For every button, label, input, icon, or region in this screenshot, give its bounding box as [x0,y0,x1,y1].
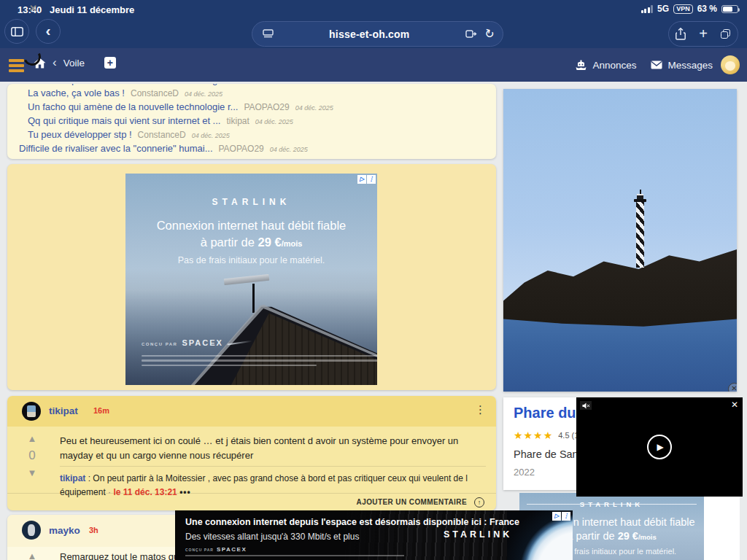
lighthouse-photo[interactable]: ✕ [503,89,737,392]
status-bar: 13:40 Jeudi 11 décembre 5G VPN 63 % [0,0,747,19]
upvote-icon[interactable]: ▲ [22,434,42,443]
new-topic-button[interactable]: + [104,57,116,69]
roof-photo [125,174,377,385]
replay-button[interactable]: ▶ [647,435,672,459]
avatar[interactable] [22,402,41,421]
messages-icon [651,61,662,69]
sidebar-ad-margin [704,493,740,560]
circle-close-icon[interactable]: ✕ [728,383,737,392]
video-close-icon[interactable]: ✕ [731,400,738,410]
reply-author[interactable]: tikipat [60,473,85,483]
share-icon[interactable] [676,28,686,40]
vpn-badge: VPN [673,4,693,14]
lighthouse-lantern [637,194,643,199]
new-tab-icon[interactable]: + [699,26,708,41]
topic-title[interactable]: Un facho qui amène de la nouvelle techno… [28,101,238,112]
post-body: Peu et heureusement ici on coulé … et j … [60,434,486,462]
menu-icon[interactable] [9,59,24,74]
date: Jeudi 11 décembre [50,4,134,15]
tabs-icon[interactable] [721,29,731,39]
topic-date: 04 déc. 2025 [270,146,308,153]
poi-title[interactable]: Phare du r [514,405,586,421]
topic-title[interactable]: Difficile de rivaliser avec la "connerie… [19,143,213,154]
extension-icon[interactable] [465,29,477,39]
starlink-ad[interactable]: ▷ ⋮ STARLINK Connexion internet haut déb… [125,174,377,385]
boat-icon [575,60,587,71]
address-bar[interactable]: hisse-et-oh.com ↻ [252,21,503,47]
site-header: ‹ Voile + Annonces Messages [0,48,747,82]
topic-row: La vache, ça vole bas ! ConstanceD 04 dé… [7,88,496,101]
breadcrumb-chevron-icon: ‹ [53,56,57,69]
topic-row-clipped: Un facho qui amène de la nouvelle techno… [7,84,496,88]
video-player[interactable]: ✕ ▶ [576,397,743,497]
ad-byline: CONÇU PAR SPACEX [185,546,247,553]
adchoices-icon[interactable]: ▷ [552,512,561,521]
topic-list: Un facho qui amène de la nouvelle techno… [7,84,496,159]
topic-title[interactable]: Qq qui critique mais qui vient sur inter… [28,115,220,126]
ad-options-icon[interactable]: ⋮ [562,512,570,521]
back-icon: ‹ [46,22,51,39]
ad-brand: STARLINK [519,500,704,508]
post-author[interactable]: mayko [49,525,80,536]
mute-icon[interactable] [580,401,592,410]
ad-close-icon[interactable]: ✕ [29,3,37,14]
topic-author: ConstanceD [131,88,179,98]
topic-row: Tu peux développer stp ! ConstanceD 04 d… [7,129,496,143]
ad-fineprint [185,555,404,556]
network-type: 5G [657,4,669,14]
topic-title[interactable]: La vache, ça vole bas ! [28,88,125,98]
toolbar-right-group: + [668,21,738,47]
topic-author: PAOPAO29 [244,102,289,112]
topic-author: ConstanceD [138,130,186,140]
battery-percent: 63 % [697,4,717,14]
post-time: 3h [89,526,98,534]
safari-toolbar: ‹ hisse-et-oh.com ↻ + [0,19,747,48]
topic-row: Difficile de rivaliser avec la "connerie… [7,143,496,157]
screen: 13:40 Jeudi 11 décembre 5G VPN 63 % ‹ [0,0,747,560]
page-format-icon[interactable] [263,29,274,39]
avatar[interactable] [721,55,740,74]
reload-icon[interactable]: ↻ [483,27,495,41]
topic-date: 04 déc. 2025 [255,118,293,125]
breadcrumb[interactable]: Voile [63,58,85,69]
messages-link[interactable]: Messages [667,60,713,71]
banner-line1: Une connexion internet depuis l'espace e… [185,517,519,527]
sidebar-toggle-button[interactable] [4,19,29,44]
signal-icon [641,5,654,13]
lighthouse-tower [636,202,644,268]
annonces-link[interactable]: Annonces [592,60,636,71]
scroll-top-icon[interactable]: ↑ [474,497,484,508]
status-indicators: 5G VPN 63 % [641,4,738,14]
ad-choices[interactable]: ▷ ⋮ [552,512,570,521]
banner-line2: Des vitesses allant jusqu'à 330 Mbit/s e… [185,532,359,542]
topic-row: Qq qui critique mais qui vient sur inter… [7,115,496,129]
poi-year: 2022 [514,467,535,478]
downvote-icon[interactable]: ▼ [22,468,42,478]
post-tikipat: tikipat 16m ⋮ ▲ 0 ▼ Peu et heureusement … [7,396,496,510]
topic-date: 04 déc. 2025 [295,104,333,112]
sidebar-icon [11,27,23,36]
topic-date: 04 déc. 2025 [192,132,230,139]
vote-column: ▲ 0 ▼ [22,434,42,478]
topic-date: 04 déc. 2025 [185,90,222,98]
browser-chrome: 13:40 Jeudi 11 décembre 5G VPN 63 % ‹ [0,0,747,48]
bottom-banner-ad[interactable]: STARLINK Une connexion internet depuis l… [175,510,573,560]
lighthouse-gallery [634,199,646,202]
topic-title[interactable]: Tu peux développer stp ! [28,129,132,140]
kebab-menu-icon[interactable]: ⋮ [475,403,486,416]
avatar[interactable] [22,521,41,540]
topic-author: PAOPAO29 [219,144,264,154]
add-comment-button[interactable]: AJOUTER UN COMMENTAIRE [357,498,467,506]
back-button[interactable]: ‹ [36,19,61,44]
star-rating-icon: ★★★★ [514,429,553,441]
ad-byline: CONÇU PAR SPACEX [142,338,252,347]
post-author[interactable]: tikipat [49,405,78,416]
upvote-icon[interactable]: ▲ [22,551,42,560]
ad-brand: STARLINK [444,529,512,540]
ad-container: ▷ ⋮ STARLINK Connexion internet haut déb… [7,164,496,390]
ad-fineprint [142,355,377,370]
vote-count: 0 [22,448,42,463]
url-text[interactable]: hisse-et-oh.com [274,28,465,40]
post-time: 16m [93,406,109,415]
post-footer: AJOUTER UN COMMENTAIRE ↑ [7,493,496,510]
